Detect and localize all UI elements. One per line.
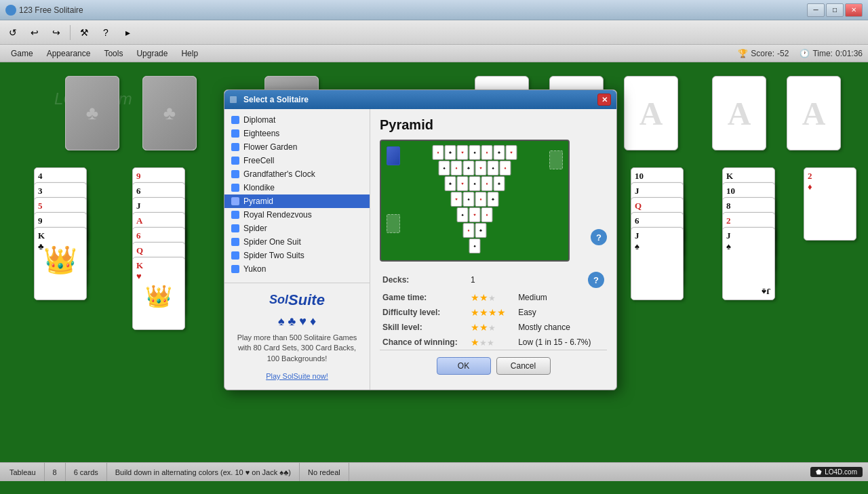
status-columns: 8 <box>45 463 66 481</box>
game-time-value: Medium <box>515 290 607 305</box>
dialog-title-icon: Select a Solitaire <box>230 95 309 104</box>
ace-pile-5[interactable]: A <box>787 76 841 150</box>
game-list-icon <box>231 224 239 232</box>
preview-waste <box>549 150 563 169</box>
redeal-value: No redeal <box>308 468 340 476</box>
game-list-item-klondike[interactable]: Klondike <box>224 181 370 194</box>
game-list-icon <box>231 143 239 151</box>
info-row-skill: Skill level: ★★★ Mostly chance <box>380 320 607 335</box>
promo-link[interactable]: Play SolSuite now! <box>266 372 328 380</box>
game-list-item-yukon[interactable]: Yukon <box>224 262 370 276</box>
toolbar-btn-0[interactable]: ↺ <box>3 23 23 42</box>
game-preview: ♦ ♣ ♥ ♠ ♦ ♣ ♥ ♠ ♦ <box>380 140 570 262</box>
game-list-icon <box>231 251 239 260</box>
toolbar-separator <box>70 25 71 40</box>
title-bar-left: 123 Free Solitaire <box>5 5 83 16</box>
game-list-icon <box>231 238 239 246</box>
title-bar: 123 Free Solitaire ─ □ ✕ <box>0 0 868 20</box>
lo4d-badge: ⬟ LO4D.com <box>810 467 863 477</box>
promo-logo: SolSuite <box>231 291 363 309</box>
card-back-2[interactable]: ♣ <box>142 76 197 150</box>
info-row-decks: Decks: 1 ? <box>380 270 607 290</box>
menu-help[interactable]: Help <box>176 47 203 60</box>
game-time-stars: ★★★ <box>468 290 515 305</box>
dialog-title-bar[interactable]: Select a Solitaire ✕ <box>224 90 616 109</box>
card-r2-5[interactable]: J♠ J♠ <box>722 227 775 300</box>
info-row-chance: Chance of winning: ★★★ Low (1 in 15 - 6.… <box>380 335 607 350</box>
game-list-icon <box>231 170 239 178</box>
ace-pile-4[interactable]: A <box>712 76 766 150</box>
menu-tools[interactable]: Tools <box>98 47 128 60</box>
game-time-label: Game time: <box>380 290 468 305</box>
game-list-item-eighteens[interactable]: Eighteens <box>224 127 370 140</box>
dialog-title-text: Select a Solitaire <box>243 95 309 104</box>
app-icon <box>5 5 16 16</box>
game-list-item-spider-two-suits[interactable]: Spider Two Suits <box>224 249 370 262</box>
card-r3-1[interactable]: 2♦ <box>804 167 856 241</box>
dialog-left-panel: Diplomat Eighteens Flower Garden FreeCel… <box>224 109 370 390</box>
close-button[interactable]: ✕ <box>845 3 863 17</box>
menu-game[interactable]: Game <box>5 47 39 60</box>
toolbar-btn-3[interactable]: ⚒ <box>74 23 94 42</box>
minimize-button[interactable]: ─ <box>807 3 825 17</box>
lo4d-text: LO4D.com <box>825 468 857 476</box>
status-cards: 6 cards <box>66 463 107 481</box>
game-list-item-spider[interactable]: Spider <box>224 222 370 235</box>
game-info-table: Decks: 1 ? Game time: ★★★ Medium <box>380 270 607 350</box>
dialog-footer: OK Cancel <box>380 350 607 382</box>
tableau-col-right3: 2♦ <box>804 167 858 371</box>
skill-stars: ★★★ <box>468 320 515 335</box>
maximize-button[interactable]: □ <box>826 3 844 17</box>
time-display: 🕐 Time: 0:01:36 <box>800 49 863 58</box>
skill-value: Mostly chance <box>515 320 607 335</box>
chance-label: Chance of winning: <box>380 335 468 350</box>
help-btn-cell: ? <box>515 270 607 290</box>
card-back-1[interactable]: ♣ <box>65 76 119 150</box>
score-display: 🏆 Score: -52 <box>738 49 789 58</box>
game-list-icon <box>231 197 239 205</box>
time-value: 0:01:36 <box>835 49 863 58</box>
game-list-icon <box>231 116 239 124</box>
game-list-icon <box>231 129 239 138</box>
toolbar-btn-4[interactable]: ? <box>96 23 116 42</box>
toolbar-btn-5[interactable]: ▸ <box>117 23 138 42</box>
game-list-item-diplomat[interactable]: Diplomat <box>224 113 370 127</box>
game-list-item-pyramid[interactable]: Pyramid <box>224 194 370 208</box>
tableau-label: Tableau <box>9 468 36 476</box>
cancel-button[interactable]: Cancel <box>496 357 551 375</box>
game-list-item-flower-garden[interactable]: Flower Garden <box>224 140 370 154</box>
decks-value: 1 <box>468 270 515 290</box>
preview-pile <box>387 214 400 233</box>
promo-text: Play more than 500 Solitaire Games with … <box>231 333 363 364</box>
tableau-col-2: 9♦ 6♣ J♣ A♥ 6♦ Q♥ 👸 K♥ 👑 <box>132 167 186 371</box>
menu-appearance[interactable]: Appearance <box>41 47 96 60</box>
toolbar-btn-1[interactable]: ↩ <box>24 23 45 42</box>
ok-button[interactable]: OK <box>437 357 491 375</box>
info-row-difficulty: Difficulty level: ★★★★ Easy <box>380 305 607 320</box>
ace-pile-3[interactable]: A <box>624 76 678 150</box>
menu-bar: Game Appearance Tools Upgrade Help 🏆 Sco… <box>0 45 868 62</box>
score-label: Score: <box>751 49 774 58</box>
game-list-item-spider-one-suit[interactable]: Spider One Suit <box>224 235 370 249</box>
card-col2-7[interactable]: K♥ 👑 <box>132 257 185 330</box>
toolbar-btn-2[interactable]: ↪ <box>46 23 66 42</box>
game-list-item-grandfathers-clock[interactable]: Grandfather's Clock <box>224 167 370 181</box>
card-col1-5[interactable]: K♣ 👑 <box>34 227 87 300</box>
status-redeal: No redeal <box>300 463 349 481</box>
dialog-right-panel: Pyramid ♦ ♣ ♥ ♠ ♦ <box>370 109 616 390</box>
game-list-item-royal-rendezvous[interactable]: Royal Rendezvous <box>224 208 370 222</box>
game-area[interactable]: LO4D.com ♣ ♣ ♦ A A A A A 4♠ 3♣ 5♥ 9♠ <box>0 62 868 462</box>
status-hint: Build down in alternating colors (ex. 10… <box>107 463 300 481</box>
decks-label: Decks: <box>380 270 468 290</box>
menu-upgrade[interactable]: Upgrade <box>131 47 173 60</box>
chance-value: Low (1 in 15 - 6.7%) <box>515 335 607 350</box>
tableau-col-right2: K♠ 10♣ 8♣ 2♥ J♠ J♠ <box>722 167 776 371</box>
status-bar: Tableau 8 6 cards Build down in alternat… <box>0 462 868 481</box>
card-r1-5[interactable]: J♠ <box>631 227 684 300</box>
info-help-button[interactable]: ? <box>588 272 604 288</box>
columns-value: 8 <box>53 468 57 476</box>
dialog-close-button[interactable]: ✕ <box>597 94 611 106</box>
game-list-item-freecell[interactable]: FreeCell <box>224 154 370 167</box>
game-list-icon <box>231 211 239 219</box>
help-button[interactable]: ? <box>591 229 607 245</box>
